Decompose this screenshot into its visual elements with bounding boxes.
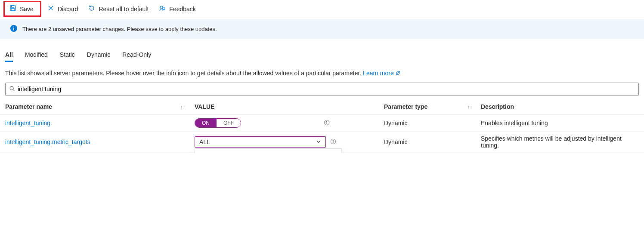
toggle-on: ON	[195, 119, 217, 127]
reset-icon	[88, 5, 95, 13]
sort-icon: ↑↓	[180, 104, 185, 109]
col-header-value[interactable]: VALUE	[195, 103, 384, 110]
svg-rect-1	[12, 6, 14, 7]
tab-static[interactable]: Static	[60, 51, 75, 62]
table-row: intelligent_tuning.metric_targets ALL ST…	[0, 132, 644, 153]
cell-value: ALL STORAGE-BGWRITER_DELAYSTORAGE-CHECKP…	[195, 136, 384, 148]
svg-rect-2	[11, 9, 15, 11]
reset-label: Reset all to default	[99, 6, 149, 12]
dropdown-item[interactable]: STORAGE-BGWRITER_DELAY	[195, 151, 341, 153]
search-icon	[9, 86, 15, 93]
chevron-down-icon	[316, 138, 321, 145]
col-header-type-label: Parameter type	[384, 103, 427, 110]
search-box[interactable]	[5, 83, 639, 95]
feedback-icon	[159, 5, 166, 13]
info-icon[interactable]	[324, 120, 330, 127]
svg-point-5	[160, 6, 163, 9]
svg-point-10	[10, 86, 13, 90]
col-header-value-label: VALUE	[195, 103, 214, 110]
toolbar: Save Discard Reset all to default Feedba…	[0, 0, 644, 18]
learn-more-link[interactable]: Learn more	[363, 70, 400, 77]
cell-desc: Specifies which metrics will be adjusted…	[481, 135, 639, 149]
toggle-switch[interactable]: ON OFF	[195, 118, 241, 128]
feedback-label: Feedback	[169, 6, 195, 12]
cell-type: Dynamic	[384, 120, 481, 126]
tab-modified[interactable]: Modified	[25, 51, 48, 62]
param-link[interactable]: intelligent_tuning	[5, 120, 50, 126]
table: Parameter name ↑↓ VALUE Parameter type ↑…	[0, 99, 644, 153]
info-icon	[10, 25, 17, 33]
save-icon	[9, 5, 16, 13]
sort-icon: ↑↓	[468, 104, 472, 109]
reset-button[interactable]: Reset all to default	[84, 2, 153, 15]
toggle-off: OFF	[217, 119, 241, 127]
cell-desc: Enables intelligent tuning	[481, 120, 639, 126]
cell-name: intelligent_tuning.metric_targets	[5, 138, 195, 145]
discard-icon	[47, 5, 54, 13]
tab-readonly[interactable]: Read-Only	[122, 51, 151, 62]
discard-button[interactable]: Discard	[43, 2, 82, 15]
save-label: Save	[20, 6, 34, 12]
svg-point-17	[333, 140, 333, 140]
learn-more-label: Learn more	[363, 70, 394, 77]
search-wrap	[5, 83, 639, 95]
feedback-button[interactable]: Feedback	[155, 2, 200, 15]
col-header-type[interactable]: Parameter type ↑↓	[384, 103, 481, 110]
svg-rect-7	[13, 28, 14, 31]
table-header: Parameter name ↑↓ VALUE Parameter type ↑…	[0, 99, 644, 115]
col-header-name-label: Parameter name	[5, 103, 52, 110]
discard-label: Discard	[58, 6, 78, 12]
col-header-desc-label: Description	[481, 103, 514, 110]
table-row: intelligent_tuning ON OFF Dynamic Enable…	[0, 115, 644, 132]
select-box[interactable]: ALL	[195, 136, 326, 148]
select-value: ALL	[199, 138, 210, 145]
cell-type: Dynamic	[384, 138, 481, 145]
cell-name: intelligent_tuning	[5, 120, 195, 126]
col-header-name[interactable]: Parameter name ↑↓	[5, 103, 195, 110]
search-input[interactable]	[15, 85, 635, 93]
tab-all[interactable]: All	[5, 51, 13, 62]
col-header-desc[interactable]: Description	[481, 103, 639, 110]
svg-line-9	[397, 71, 399, 74]
info-icon[interactable]	[330, 138, 336, 146]
param-link[interactable]: intelligent_tuning.metric_targets	[5, 138, 90, 145]
external-link-icon	[396, 70, 400, 77]
svg-rect-8	[13, 27, 14, 28]
description-text: This list shows all server parameters. P…	[5, 70, 363, 77]
svg-line-11	[13, 89, 14, 91]
tabs: All Modified Static Dynamic Read-Only	[0, 51, 644, 62]
info-banner-text: There are 2 unsaved parameter changes. P…	[22, 26, 217, 32]
info-banner: There are 2 unsaved parameter changes. P…	[0, 19, 644, 39]
dropdown-menu: STORAGE-BGWRITER_DELAYSTORAGE-CHECKPOINT…	[195, 148, 342, 153]
save-button[interactable]: Save	[5, 3, 40, 15]
tab-dynamic[interactable]: Dynamic	[87, 51, 110, 62]
cell-value: ON OFF	[195, 118, 384, 128]
description-row: This list shows all server parameters. P…	[0, 62, 644, 83]
save-highlight: Save	[3, 1, 41, 17]
svg-point-14	[326, 121, 327, 121]
